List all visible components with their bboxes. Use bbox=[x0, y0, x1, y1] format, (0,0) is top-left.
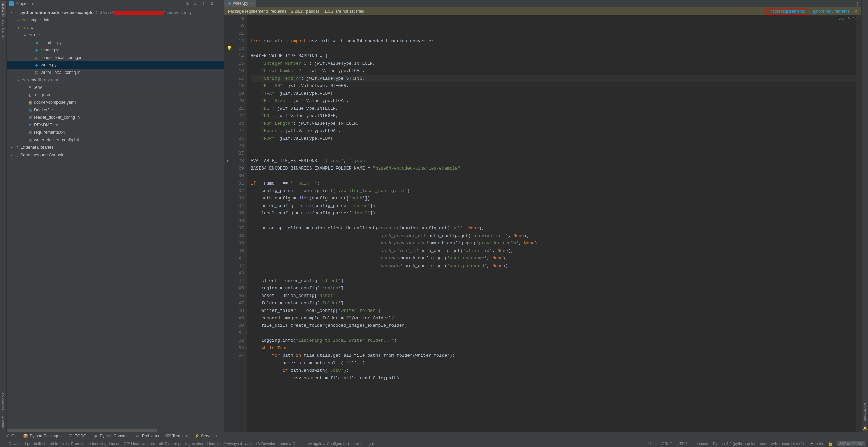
tree-reader-py[interactable]: ◆reader.py bbox=[7, 46, 224, 54]
branch-icon: ⎇ bbox=[809, 442, 815, 446]
docker-file-icon: ▤ bbox=[27, 107, 33, 113]
services-tool[interactable]: ⚡Services bbox=[192, 434, 219, 438]
python-file-icon: ◆ bbox=[34, 47, 39, 53]
python-packages-tool[interactable]: 📦Python Packages bbox=[20, 434, 64, 438]
tree-dockerfile[interactable]: ▤Dockerfile bbox=[7, 106, 224, 114]
tree-root-label: python-union-reader-writer-example bbox=[20, 10, 94, 15]
tree-sample-data[interactable]: ▸🗀sample-data bbox=[7, 16, 224, 24]
python-file-icon: ◆ bbox=[34, 40, 39, 45]
project-tree[interactable]: ▾🗀 python-union-reader-writer-example C:… bbox=[7, 7, 224, 429]
python-file-icon: ◆ bbox=[228, 1, 231, 6]
tree-env[interactable]: ⚑.env bbox=[7, 84, 224, 91]
lock-icon[interactable]: 🔒 bbox=[828, 441, 833, 446]
problems-tool[interactable]: ⊘Problems bbox=[133, 434, 162, 438]
terminal-tool[interactable]: ⌨Terminal bbox=[163, 434, 190, 438]
status-message[interactable]: Download pre-built shared indexes: Reduc… bbox=[9, 442, 374, 446]
tabs-menu-icon[interactable]: ⋮ bbox=[854, 0, 861, 7]
requirements-banner: Package requirements 'requests==2.28.1',… bbox=[224, 7, 861, 15]
tab-notifications[interactable]: Notifications bbox=[862, 400, 867, 424]
tree-root[interactable]: ▾🗀 python-union-reader-writer-example C:… bbox=[7, 9, 224, 16]
line-separator[interactable]: CRLF bbox=[662, 442, 672, 446]
terminal-icon: ⌨ bbox=[166, 434, 171, 438]
memory-indicator[interactable]: 837 of 2048M bbox=[837, 441, 865, 446]
python-file-icon: ◆ bbox=[34, 62, 39, 68]
text-file-icon: ▤ bbox=[27, 130, 33, 135]
folder-icon: 🗀 bbox=[20, 25, 26, 30]
library-icon: ⬚ bbox=[14, 145, 19, 150]
tree-src[interactable]: ▾🗀src bbox=[7, 24, 224, 31]
project-dropdown-icon[interactable]: ▾ bbox=[32, 1, 34, 6]
code-editor[interactable]: ✓✓ 9 ˄ ˅ 9101112💡13141516171819202122232… bbox=[224, 15, 861, 432]
services-icon: ⚡ bbox=[195, 434, 199, 438]
gitignore-icon: ◐ bbox=[27, 92, 33, 98]
ignore-requirements-link[interactable]: Ignore requirements bbox=[811, 8, 851, 14]
tab-pull-requests[interactable]: Pull Requests bbox=[1, 17, 6, 44]
packages-icon: 📦 bbox=[23, 434, 28, 438]
left-tool-strip: Project Pull Requests Bookmarks Structur… bbox=[0, 0, 7, 432]
redacted-path bbox=[113, 11, 164, 15]
tree-gitignore[interactable]: ◐.gitignore bbox=[7, 91, 224, 99]
interpreter[interactable]: Python 3.9 (python-union...eader-writer-… bbox=[713, 442, 804, 446]
tree-writer-local-ini[interactable]: ▤writer_local_config.ini bbox=[7, 69, 224, 76]
scratch-icon: ⬚ bbox=[14, 152, 19, 158]
bottom-tool-bar: ⎇Git 📦Python Packages ☑TODO ◆Python Cons… bbox=[0, 432, 868, 440]
ini-file-icon: ▤ bbox=[34, 70, 39, 75]
tab-writer-py[interactable]: ◆ writer.py × bbox=[224, 0, 256, 7]
git-tool[interactable]: ⎇Git bbox=[2, 434, 19, 438]
line-gutter[interactable]: 9101112💡131415161718192021222324252627▶2… bbox=[224, 15, 247, 432]
tree-writer-py[interactable]: ◆writer.py bbox=[7, 61, 224, 69]
tree-reader-local-ini[interactable]: ▤reader_local_config.ini bbox=[7, 54, 224, 61]
tree-init-py[interactable]: ◆__init__.py bbox=[7, 39, 224, 46]
ini-file-icon: ▤ bbox=[34, 55, 39, 60]
tree-external-libs[interactable]: ▸⬚External Libraries bbox=[7, 144, 224, 151]
yaml-file-icon: ▤ bbox=[27, 100, 33, 105]
gear-icon[interactable]: ⚙ bbox=[209, 1, 214, 6]
folder-icon: 🗀 bbox=[20, 77, 26, 83]
tree-requirements[interactable]: ▤requirements.txt bbox=[7, 129, 224, 136]
tab-structure[interactable]: Structure bbox=[1, 413, 6, 432]
hide-icon[interactable]: — bbox=[217, 1, 222, 6]
locate-icon[interactable]: ◎ bbox=[185, 1, 189, 6]
todo-icon: ☑ bbox=[68, 434, 73, 438]
chevron-down-icon[interactable]: ˅ bbox=[857, 17, 859, 21]
editor-area: ◆ writer.py × ⋮ Package requirements 're… bbox=[224, 0, 861, 432]
close-icon[interactable]: × bbox=[250, 1, 253, 6]
python-console-tool[interactable]: ◆Python Console bbox=[90, 434, 131, 438]
tree-readme[interactable]: ▼README.md bbox=[7, 121, 224, 129]
problems-icon: ⊘ bbox=[135, 434, 140, 438]
env-file-icon: ⚑ bbox=[27, 85, 33, 90]
tree-utils[interactable]: ▸🗀utils bbox=[7, 31, 224, 39]
status-icon: ☐ bbox=[3, 441, 6, 446]
install-requirements-link[interactable]: Install requirements bbox=[766, 8, 808, 15]
git-branch[interactable]: ⎇ main bbox=[809, 441, 823, 446]
bell-icon[interactable]: 🔔 bbox=[863, 424, 867, 432]
tab-project[interactable]: Project bbox=[1, 1, 6, 17]
project-scrollbar[interactable] bbox=[7, 429, 224, 432]
file-encoding[interactable]: UTF-8 bbox=[677, 442, 688, 446]
folder-icon: 🗀 bbox=[27, 32, 33, 38]
indent-setting[interactable]: 4 spaces bbox=[692, 442, 708, 446]
folder-icon: 🗀 bbox=[20, 17, 26, 23]
folder-icon: 🗀 bbox=[14, 10, 19, 15]
tree-venv[interactable]: ▸🗀venvlibrary root bbox=[7, 76, 224, 84]
todo-tool[interactable]: ☑TODO bbox=[66, 434, 89, 438]
editor-tabs: ◆ writer.py × ⋮ bbox=[224, 0, 861, 7]
tree-reader-docker-ini[interactable]: ▤reader_docker_config.ini bbox=[7, 114, 224, 121]
tree-compose[interactable]: ▤docker-compose.yaml bbox=[7, 99, 224, 106]
code-content[interactable]: from src.utils import csv_jwlf_with_base… bbox=[247, 15, 856, 432]
markdown-file-icon: ▼ bbox=[27, 122, 33, 128]
error-stripe[interactable] bbox=[856, 15, 861, 432]
collapse-all-icon[interactable]: ⇕ bbox=[201, 1, 206, 6]
project-title: Project bbox=[16, 1, 28, 6]
git-icon: ⎇ bbox=[5, 434, 10, 438]
console-icon: ◆ bbox=[93, 434, 98, 438]
expand-all-icon[interactable]: ≡ bbox=[193, 1, 198, 6]
banner-gear-icon[interactable]: ⚙ bbox=[854, 9, 858, 14]
tab-label: writer.py bbox=[233, 1, 248, 6]
right-tool-strip: Notifications 🔔 bbox=[861, 0, 868, 432]
tree-scratches[interactable]: ▸⬚Scratches and Consoles bbox=[7, 151, 224, 159]
ini-file-icon: ▤ bbox=[27, 137, 33, 143]
tab-bookmarks[interactable]: Bookmarks bbox=[1, 390, 6, 413]
tree-writer-docker-ini[interactable]: ▤writer_docker_config.ini bbox=[7, 136, 224, 144]
caret-position[interactable]: 14:44 bbox=[647, 442, 657, 446]
